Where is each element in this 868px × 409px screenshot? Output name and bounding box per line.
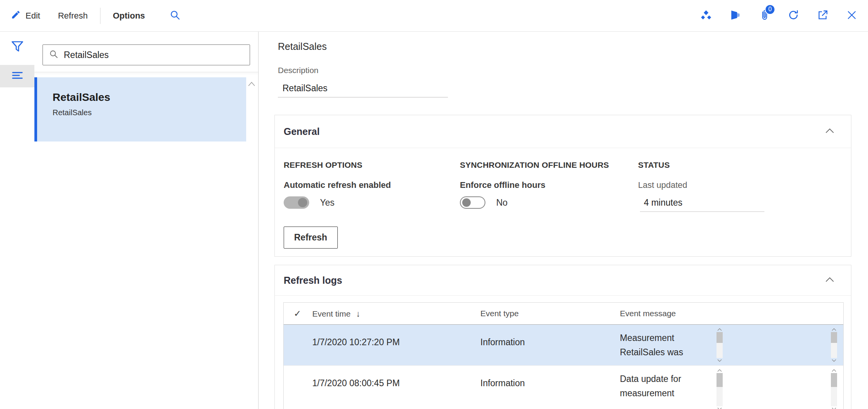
refresh-menu-label: Refresh <box>58 11 88 21</box>
action-bar-right: 0 <box>700 9 868 23</box>
event-message-cell: Data update for measurement <box>620 372 681 400</box>
column-header-event-type[interactable]: Event type <box>480 309 519 318</box>
refresh-logs-collapse-button[interactable] <box>825 276 835 285</box>
enforce-offline-label: Enforce offline hours <box>460 180 545 190</box>
filter-button[interactable] <box>10 39 24 55</box>
cell-scrollbar[interactable] <box>716 328 723 362</box>
toggle-on-control[interactable] <box>284 196 309 209</box>
event-message-line: Data update for <box>620 374 681 384</box>
options-menu-label: Options <box>113 11 145 21</box>
refresh-action-button[interactable]: Refresh <box>284 227 338 249</box>
sidebar-divider <box>34 72 258 72</box>
scrollbar-thumb[interactable] <box>831 332 837 343</box>
column-header-event-time[interactable]: Event time↓ <box>312 309 360 319</box>
left-rail <box>0 32 34 409</box>
scrollbar-track[interactable] <box>831 373 837 406</box>
filter-funnel-icon <box>10 48 24 55</box>
scrollbar-thumb[interactable] <box>831 373 837 387</box>
record-list-panel: RetailSales RetailSales <box>34 32 259 409</box>
event-type-cell: Information <box>480 378 525 389</box>
event-type-cell: Information <box>480 337 525 348</box>
enforce-offline-toggle-value: No <box>496 198 507 208</box>
chevron-up-icon <box>825 127 835 136</box>
action-bar-left: Edit Refresh Options <box>0 8 180 24</box>
close-button[interactable] <box>846 10 857 22</box>
detail-pane: RetailSales Description General REFRESH … <box>259 32 868 409</box>
edit-label: Edit <box>26 11 40 21</box>
row-scrollbar[interactable] <box>830 369 838 409</box>
open-in-new-window-button[interactable] <box>817 9 829 22</box>
general-section-header[interactable]: General <box>275 115 851 148</box>
list-scroll-up-button[interactable] <box>248 81 255 88</box>
last-updated-value: 4 minutes <box>640 194 764 212</box>
list-view-button[interactable] <box>0 65 34 87</box>
auto-refresh-toggle-value: Yes <box>320 198 335 208</box>
column-header-event-message[interactable]: Event message <box>620 309 676 318</box>
event-time-cell: 1/7/2020 08:00:45 PM <box>312 378 400 389</box>
scrollbar-thumb[interactable] <box>717 332 723 343</box>
event-message-line: RetailSales was <box>620 347 683 357</box>
scrollbar-track[interactable] <box>717 373 723 406</box>
cell-scrollbar[interactable] <box>716 369 723 409</box>
general-section-title: General <box>284 126 320 137</box>
sync-offline-hours-heading: SYNCHRONIZATION OFFLINE HOURS <box>460 160 609 170</box>
attachments-count-badge: 0 <box>765 4 775 15</box>
event-message-line: measurement <box>620 388 674 398</box>
list-search-box[interactable] <box>43 44 250 65</box>
event-message-line: Measurement <box>620 333 674 343</box>
favorites-button[interactable] <box>700 9 712 22</box>
open-in-new-window-icon <box>817 9 829 22</box>
row-scrollbar[interactable] <box>830 328 838 362</box>
refresh-logs-title: Refresh logs <box>284 275 342 286</box>
event-time-cell: 1/7/2020 10:27:20 PM <box>312 337 400 348</box>
auto-refresh-toggle[interactable]: Yes <box>284 196 335 209</box>
sort-descending-icon: ↓ <box>356 309 360 319</box>
enforce-offline-toggle[interactable]: No <box>460 196 507 209</box>
toolbar-divider <box>100 8 100 24</box>
last-updated-label: Last updated <box>638 180 687 190</box>
chevron-up-icon <box>825 276 835 285</box>
selected-item-accent <box>34 77 37 141</box>
refresh-page-button[interactable] <box>788 9 799 22</box>
grid-header-row: ✓ Event time↓ Event type Event message <box>284 303 843 325</box>
event-message-cell: Measurement RetailSales was <box>620 331 683 360</box>
status-heading: STATUS <box>638 160 670 170</box>
refresh-logs-grid: ✓ Event time↓ Event type Event message 1… <box>283 302 844 409</box>
search-icon <box>170 10 180 22</box>
refresh-logs-section: Refresh logs ✓ Event time↓ Event type Ev… <box>274 265 851 409</box>
scrollbar-track[interactable] <box>831 332 837 358</box>
app-window: Edit Refresh Options <box>0 0 868 409</box>
list-menu-icon <box>11 69 24 84</box>
general-section: General REFRESH OPTIONS SYNCHRONIZATION … <box>274 115 851 257</box>
grid-row-selected[interactable]: 1/7/2020 10:27:20 PM Information Measure… <box>284 325 843 365</box>
toggle-off-control[interactable] <box>460 196 485 209</box>
toggle-knob <box>462 198 471 207</box>
description-field[interactable] <box>278 80 448 97</box>
scrollbar-thumb[interactable] <box>717 373 723 387</box>
options-menu-button[interactable]: Options <box>113 11 145 21</box>
chevron-up-icon <box>248 81 255 88</box>
list-search-icon <box>49 49 58 60</box>
general-collapse-button[interactable] <box>825 127 835 136</box>
dynamics-365-icon <box>730 9 741 22</box>
search-button[interactable] <box>170 10 180 22</box>
list-item[interactable]: RetailSales RetailSales <box>34 77 246 141</box>
refresh-options-heading: REFRESH OPTIONS <box>284 160 363 170</box>
grid-row[interactable]: 1/7/2020 08:00:45 PM Information Data up… <box>284 365 843 409</box>
dynamics-365-button[interactable] <box>730 9 741 22</box>
auto-refresh-label: Automatic refresh enabled <box>284 180 391 190</box>
page-title: RetailSales <box>278 41 327 52</box>
list-search-input[interactable] <box>64 50 243 60</box>
description-label: Description <box>278 66 318 75</box>
close-icon <box>846 10 857 22</box>
attachments-button[interactable]: 0 <box>759 9 770 23</box>
scrollbar-track[interactable] <box>717 332 723 358</box>
refresh-menu-button[interactable]: Refresh <box>58 11 88 21</box>
refresh-logs-header[interactable]: Refresh logs <box>275 265 851 296</box>
toggle-knob <box>298 198 307 207</box>
diamond-cluster-icon <box>700 9 712 22</box>
select-all-check-icon[interactable]: ✓ <box>294 308 301 319</box>
event-time-label: Event time <box>312 309 351 318</box>
list-item-title: RetailSales <box>34 77 246 104</box>
edit-button[interactable]: Edit <box>11 10 40 22</box>
